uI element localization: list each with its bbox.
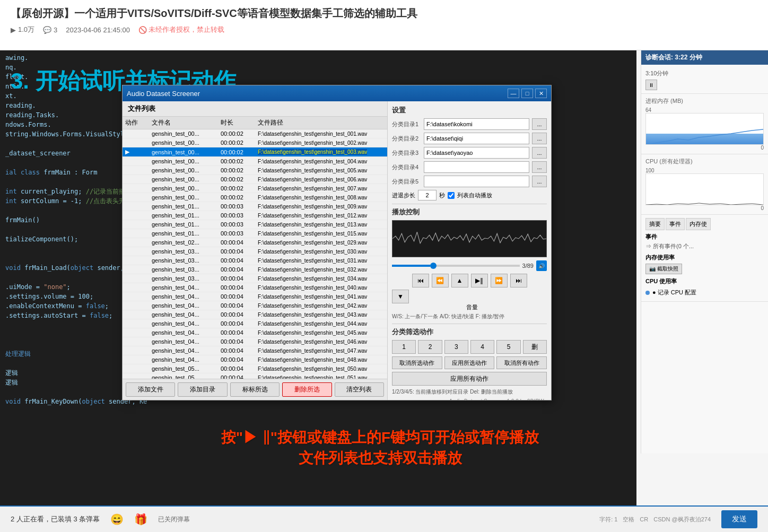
path-cell: F:\dataset\genshin_test\genshin_test_047… <box>258 348 385 354</box>
filename-cell: genshin_test_04... <box>152 284 221 291</box>
next-button[interactable]: ⏭ <box>510 274 527 287</box>
table-row[interactable]: genshin_test_04... 00:00:04 F:\dataset\g… <box>123 292 387 301</box>
prev-button[interactable]: ⏪ <box>432 274 449 287</box>
table-row[interactable]: genshin_test_04... 00:00:04 F:\dataset\g… <box>123 346 387 355</box>
right-sidebar: 诊断会话: 3:22 分钟 3:10分钟 ⏸ 进程内存 (MB) 64 0 CP… <box>641 50 768 453</box>
dir5-input[interactable] <box>424 176 529 187</box>
path-cell: F:\dataset\genshin_test\genshin_test_031… <box>258 258 385 264</box>
table-row[interactable]: ▶ genshin_test_00... 00:00:02 F:\dataset… <box>123 147 387 157</box>
dir3-browse-button[interactable]: ... <box>532 147 547 159</box>
titlebar-controls: — □ ✕ <box>508 89 547 98</box>
table-row[interactable]: genshin_test_05... 00:00:04 F:\dataset\g… <box>123 364 387 373</box>
table-row[interactable]: genshin_test_04... 00:00:04 F:\dataset\g… <box>123 310 387 319</box>
minimize-button[interactable]: — <box>508 89 519 98</box>
filename-cell: genshin_test_04... <box>152 338 221 345</box>
send-button[interactable]: 发送 <box>721 510 757 528</box>
table-row[interactable]: genshin_test_01... 00:00:03 F:\dataset\g… <box>123 229 387 238</box>
bottom-text-line2: 文件列表也支持双击播放 <box>122 448 638 468</box>
sidebar-pause-row: ⏸ <box>645 80 764 90</box>
table-row[interactable]: genshin_test_00... 00:00:02 F:\dataset\g… <box>123 129 387 138</box>
dir1-input[interactable] <box>424 118 529 130</box>
classification-section: 分类筛选动作 1 2 3 4 5 删 取消所选动作 应用所选动作 取消所有动作 … <box>392 327 547 396</box>
table-row[interactable]: genshin_test_04... 00:00:04 F:\dataset\g… <box>123 355 387 364</box>
tab-memory[interactable]: 内存使 <box>686 218 711 230</box>
volume-label: 音量 <box>466 304 478 310</box>
dir2-label: 分类目录2 <box>392 135 421 143</box>
table-row[interactable]: genshin_test_03... 00:00:04 F:\dataset\g… <box>123 265 387 274</box>
table-row[interactable]: genshin_test_00... 00:00:02 F:\dataset\g… <box>123 157 387 166</box>
table-row[interactable]: genshin_test_04... 00:00:04 F:\dataset\g… <box>123 328 387 337</box>
class-btn-1[interactable]: 1 <box>392 340 416 354</box>
dir4-input[interactable] <box>424 161 529 173</box>
dir5-browse-button[interactable]: ... <box>532 176 547 187</box>
playback-slider[interactable] <box>392 265 520 267</box>
dir3-label: 分类目录3 <box>392 149 421 157</box>
table-row[interactable]: genshin_test_01... 00:00:03 F:\dataset\g… <box>123 211 387 220</box>
table-row[interactable]: genshin_test_03... 00:00:04 F:\dataset\g… <box>123 274 387 283</box>
dir3-input[interactable] <box>424 147 529 159</box>
class-btn-5[interactable]: 5 <box>496 340 520 354</box>
dir2-browse-button[interactable]: ... <box>532 133 547 144</box>
dir1-browse-button[interactable]: ... <box>532 118 547 130</box>
filename-cell: genshin_test_03... <box>152 275 221 282</box>
tab-summary[interactable]: 摘要 <box>645 218 665 230</box>
table-row[interactable]: genshin_test_01... 00:00:03 F:\dataset\g… <box>123 220 387 229</box>
down-button[interactable]: ▼ <box>392 290 409 303</box>
advance-row: 进退步长 秒 列表自动播放 <box>392 190 547 200</box>
table-row[interactable]: genshin_test_01... 00:00:03 F:\dataset\g… <box>123 202 387 211</box>
prev-fast-button[interactable]: ⏮ <box>412 274 429 287</box>
apply-all-button[interactable]: 应用所有动作 <box>392 372 547 386</box>
playback-slider-thumb[interactable] <box>430 263 437 269</box>
table-row[interactable]: genshin_test_04... 00:00:04 F:\dataset\g… <box>123 283 387 292</box>
class-btn-3[interactable]: 3 <box>444 340 468 354</box>
meta-comments: 💬 3 <box>43 26 57 34</box>
dir4-browse-button[interactable]: ... <box>532 161 547 173</box>
class-btn-4[interactable]: 4 <box>470 340 494 354</box>
clear-list-button[interactable]: 清空列表 <box>335 382 384 397</box>
table-row[interactable]: genshin_test_00... 00:00:02 F:\dataset\g… <box>123 193 387 202</box>
volume-button[interactable]: 🔊 <box>536 260 547 271</box>
table-row[interactable]: genshin_test_00... 00:00:02 F:\dataset\g… <box>123 138 387 147</box>
apply-selected-action-button[interactable]: 应用所选动作 <box>444 356 495 369</box>
cancel-selected-action-button[interactable]: 取消所选动作 <box>392 356 442 369</box>
app-body: 文件列表 动作 文件名 时长 文件路径 genshin_test_00... 0… <box>123 101 551 400</box>
cpu-scale: 100 <box>645 168 764 173</box>
gift-button[interactable]: 🎁 <box>134 513 147 526</box>
cancel-all-action-button[interactable]: 取消所有动作 <box>496 356 547 369</box>
tab-events[interactable]: 事件 <box>666 218 685 230</box>
memory-section: 进程内存 (MB) 64 0 <box>641 94 768 154</box>
table-row[interactable]: genshin_test_03... 00:00:04 F:\dataset\g… <box>123 247 387 256</box>
add-dir-button[interactable]: 添加目录 <box>178 382 227 397</box>
next-fast-button[interactable]: ⏩ <box>491 274 508 287</box>
delete-selected-button[interactable]: 删除所选 <box>282 382 331 397</box>
close-button[interactable]: ✕ <box>535 89 547 98</box>
table-row[interactable]: genshin_test_03... 00:00:04 F:\dataset\g… <box>123 256 387 265</box>
dir2-input[interactable] <box>424 133 529 144</box>
cpu-record-dot <box>645 291 650 295</box>
maximize-button[interactable]: □ <box>521 89 533 98</box>
table-row[interactable]: genshin_test_05... 00:00:04 F:\dataset\g… <box>123 373 387 379</box>
path-cell: F:\dataset\genshin_test\genshin_test_012… <box>258 213 385 219</box>
table-row[interactable]: genshin_test_00... 00:00:02 F:\dataset\g… <box>123 175 387 184</box>
file-table-body[interactable]: genshin_test_00... 00:00:02 F:\dataset\g… <box>123 129 387 379</box>
emoji-button[interactable]: 😄 <box>110 513 124 526</box>
table-row[interactable]: genshin_test_04... 00:00:04 F:\dataset\g… <box>123 337 387 346</box>
filename-cell: genshin_test_04... <box>152 311 221 318</box>
auto-play-checkbox[interactable] <box>448 192 455 199</box>
duration-cell: 00:00:04 <box>221 275 258 282</box>
mark-selected-button[interactable]: 标标所选 <box>230 382 280 397</box>
sidebar-pause-button[interactable]: ⏸ <box>645 80 657 90</box>
play-pause-button[interactable]: ▶‖ <box>471 274 488 287</box>
table-row[interactable]: genshin_test_02... 00:00:04 F:\dataset\g… <box>123 238 387 247</box>
table-row[interactable]: genshin_test_00... 00:00:02 F:\dataset\g… <box>123 166 387 175</box>
table-row[interactable]: genshin_test_00... 00:00:02 F:\dataset\g… <box>123 184 387 193</box>
up-button[interactable]: ▲ <box>451 274 468 287</box>
table-row[interactable]: genshin_test_04... 00:00:04 F:\dataset\g… <box>123 301 387 310</box>
advance-input[interactable] <box>418 190 437 200</box>
snapshot-button[interactable]: 📷 截取快照 <box>645 264 682 274</box>
table-row[interactable]: genshin_test_04... 00:00:04 F:\dataset\g… <box>123 319 387 328</box>
add-file-button[interactable]: 添加文件 <box>126 382 175 397</box>
class-btn-del[interactable]: 删 <box>523 340 547 354</box>
events-value: ⇒ 所有事件(0 个... <box>645 242 764 250</box>
class-btn-2[interactable]: 2 <box>418 340 442 354</box>
